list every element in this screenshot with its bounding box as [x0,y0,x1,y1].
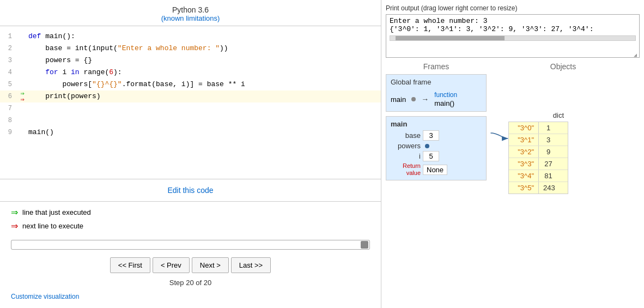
dict-key-2: "3^2" [509,146,539,158]
i-var-value: 5 [423,151,439,161]
output-scrollbar-thumb [396,36,505,40]
dict-key-5: "3^5" [509,182,539,194]
edit-link-area: Edit this code [0,179,381,202]
first-button[interactable]: << First [110,257,150,273]
code-line-7: 7 [0,102,381,114]
frames-objects-headers: Frames Objects [386,62,640,74]
main-frame-title: main [391,120,482,128]
main-function-row: main → function main() [391,90,482,108]
line-num-3: 3 [0,55,16,67]
prev-button[interactable]: < Prev [153,257,190,273]
right-arrow-icon: → [421,95,429,104]
dict-row-5: "3^5" 243 [509,182,568,194]
progress-bar-area [0,237,381,253]
powers-dot [425,144,429,148]
customize-link-area: Customize visualization [0,290,381,303]
code-text-2: base = int(input("Enter a whole number: … [28,43,228,55]
dict-key-3: "3^3" [509,158,539,170]
dict-key-4: "3^4" [509,170,539,182]
line-num-1: 1 [0,31,16,43]
nav-buttons: << First < Prev Next > Last >> [0,253,381,277]
last-button[interactable]: Last >> [231,257,271,273]
dict-container: dict "3^0" 1 "3^1" 3 "3^2" 9 " [508,111,568,194]
function-name: main() [434,99,457,108]
output-line-1: Enter a whole number: 3 [390,17,636,25]
code-text-1: def main(): [28,31,75,43]
objects-column: dict "3^0" 1 "3^1" 3 "3^2" 9 " [487,74,640,194]
resize-handle[interactable]: ◢ [634,52,639,57]
return-var-value: None [423,165,447,175]
frames-header: Frames [386,62,487,74]
output-scrollbar[interactable] [390,35,636,41]
global-frame-title: Global frame [391,78,482,86]
var-row-base: base 3 [391,130,482,141]
dict-val-0: 1 [539,122,558,134]
main-frame-box: main base 3 powers i 5 [386,116,487,180]
code-line-5: 5 powers["{}^{}".format(base, i)] = base… [0,78,381,90]
dict-val-5: 243 [539,182,560,194]
known-limitations-link[interactable]: (known limitations) [161,14,220,22]
dict-val-4: 81 [539,170,558,182]
customize-visualization-link[interactable]: Customize visualization [11,293,79,300]
dict-row-2: "3^2" 9 [509,146,568,158]
legend-green-label: line that just executed [22,208,91,216]
dict-row-3: "3^3" 27 [509,158,568,170]
code-line-8: 8 [0,114,381,126]
var-row-return: Returnvalue None [391,162,482,177]
function-info: function main() [434,90,457,108]
dict-val-2: 9 [539,146,558,158]
dict-key-0: "3^0" [509,122,539,134]
line-num-5: 5 [0,78,16,90]
code-line-1: 1 def main(): [0,31,381,43]
line-num-6: 6 [0,90,16,102]
code-text-5: powers["{}^{}".format(base, i)] = base *… [28,78,245,90]
progress-thumb [361,241,368,249]
right-panel: Print output (drag lower right corner to… [381,0,644,308]
line-num-7: 7 [0,102,16,114]
print-output-label: Print output (drag lower right corner to… [386,4,640,12]
red-arrow-icon: ⇒ [20,97,24,102]
dict-row-4: "3^4" 81 [509,170,568,182]
global-frame-box: Global frame main → function main() [386,74,487,112]
code-line-4: 4 for i in range(6): [0,67,381,78]
code-text-9: main() [28,126,54,138]
main-dot [411,97,416,101]
step-label: Step 20 of 20 [0,277,381,290]
print-output-box: Enter a whole number: 3 {'3^0': 1, '3^1'… [386,14,640,58]
python-version-title: Python 3.6 [0,5,381,14]
function-label: function [434,90,457,99]
i-var-name: i [391,152,421,160]
code-line-6: 6 ⇒ ⇒ print(powers) [0,90,381,102]
dict-row-1: "3^1" 3 [509,134,568,146]
progress-bar-track[interactable] [11,240,370,250]
dict-key-1: "3^1" [509,134,539,146]
code-text-6: print(powers) [28,90,101,102]
legend-green: ⇒ line that just executed [11,207,370,218]
dict-box: "3^0" 1 "3^1" 3 "3^2" 9 "3^3" 27 [508,122,568,194]
code-line-3: 3 powers = {} [0,55,381,67]
main-function-name: main [391,95,406,104]
frames-objects-content: Global frame main → function main() main [386,74,640,194]
next-button[interactable]: Next > [192,257,229,273]
base-var-name: base [391,131,421,140]
code-line-9: 9 main() [0,126,381,138]
progress-bar-fill [11,240,370,250]
return-var-name: Returnvalue [391,162,421,177]
dict-val-3: 27 [539,158,558,170]
dict-val-1: 3 [539,134,558,146]
legend-red: ⇒ next line to execute [11,221,370,231]
legend-area: ⇒ line that just executed ⇒ next line to… [0,202,381,237]
green-arrow-icon: ⇒ [20,91,24,96]
legend-red-arrow-icon: ⇒ [11,221,18,231]
line-num-4: 4 [0,67,16,78]
dict-label: dict [508,111,564,119]
code-text-3: powers = {} [28,55,92,67]
legend-green-arrow-icon: ⇒ [11,207,18,218]
frames-column: Global frame main → function main() main [386,74,487,180]
edit-this-code-link[interactable]: Edit this code [167,186,213,195]
code-area: 1 def main(): 2 base = int(input("Enter … [0,26,381,179]
powers-var-name: powers [391,142,421,150]
output-line-2: {'3^0': 1, '3^1': 3, '3^2': 9, '3^3': 27… [390,25,636,33]
legend-red-label: next line to execute [22,222,83,230]
main-frame-vars: base 3 powers i 5 Returnvalu [391,130,482,177]
